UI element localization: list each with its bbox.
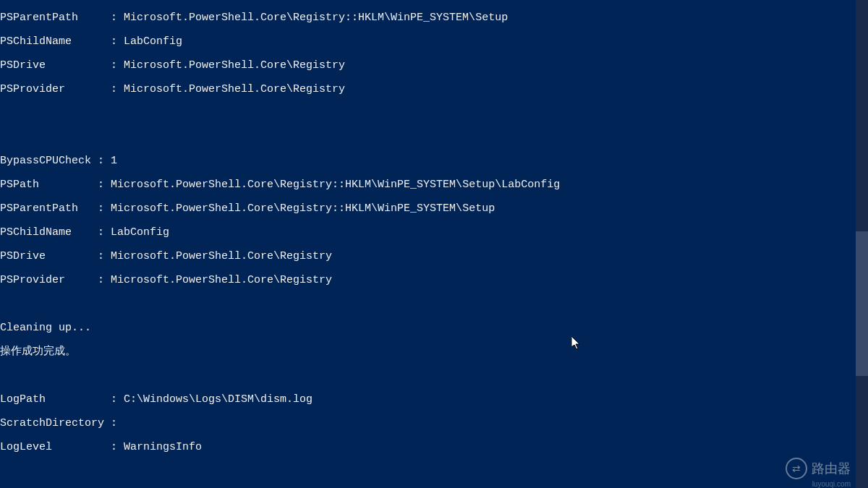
- watermark: ⇄ 路由器 luyouqi.com: [786, 458, 851, 479]
- blank-line: [0, 299, 854, 311]
- blank-line: [0, 132, 854, 144]
- output-line: PSParentPath : Microsoft.PowerShell.Core…: [0, 12, 854, 25]
- watermark-text: 路由器: [812, 460, 851, 477]
- output-line: BypassCPUCheck : 1: [0, 155, 854, 168]
- blank-line: [0, 466, 854, 478]
- watermark-sub: luyouqi.com: [812, 480, 851, 488]
- router-icon: ⇄: [786, 458, 807, 479]
- output-line: PSProvider : Microsoft.PowerShell.Core\R…: [0, 275, 854, 287]
- output-line: PSChildName : LabConfig: [0, 227, 854, 239]
- scrollbar-thumb[interactable]: [856, 231, 868, 376]
- powershell-terminal[interactable]: PSParentPath : Microsoft.PowerShell.Core…: [0, 0, 854, 488]
- output-line: PSChildName : LabConfig: [0, 36, 854, 48]
- output-line: PSDrive : Microsoft.PowerShell.Core\Regi…: [0, 251, 854, 263]
- scrollbar-track[interactable]: [856, 0, 868, 488]
- output-line: LogLevel : WarningsInfo: [0, 442, 854, 454]
- output-line: PSProvider : Microsoft.PowerShell.Core\R…: [0, 84, 854, 96]
- output-line: PSDrive : Microsoft.PowerShell.Core\Regi…: [0, 60, 854, 72]
- output-line: PSPath : Microsoft.PowerShell.Core\Regis…: [0, 179, 854, 192]
- output-line: LogPath : C:\Windows\Logs\DISM\dism.log: [0, 394, 854, 406]
- output-line: PSParentPath : Microsoft.PowerShell.Core…: [0, 203, 854, 215]
- blank-line: [0, 108, 854, 120]
- output-line: Cleaning up...: [0, 322, 854, 335]
- output-line: ScratchDirectory :: [0, 418, 854, 430]
- blank-line: [0, 370, 854, 382]
- output-line: 操作成功完成。: [0, 346, 854, 359]
